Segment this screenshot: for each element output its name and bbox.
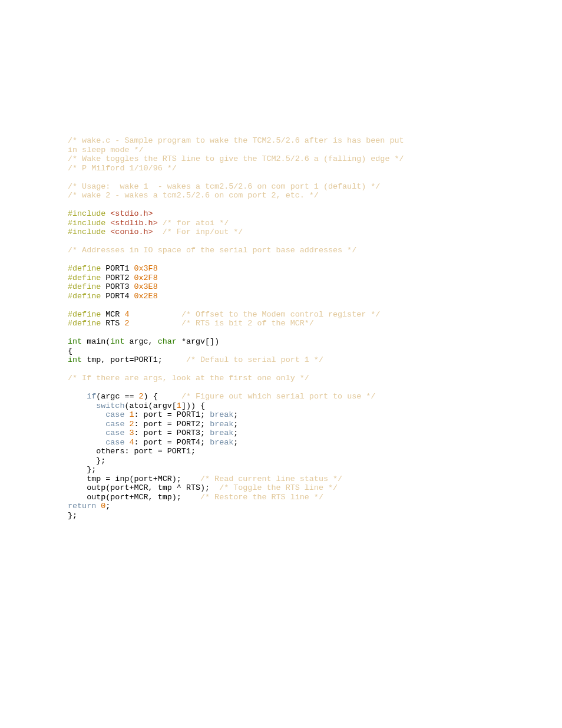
number-literal: 1 [130, 410, 134, 419]
type-keyword: char [158, 337, 177, 346]
space [124, 410, 129, 419]
keyword-break: break [210, 438, 233, 447]
code-comment: /* wake.c - Sample program to wake the T… [68, 136, 409, 145]
brace-close: }; [68, 511, 77, 520]
macro-name: PORT3 [101, 282, 134, 291]
preproc-define: #define [68, 292, 101, 301]
semicolon: ; [233, 438, 238, 447]
keyword-case: case [105, 410, 124, 419]
code-text: argc, [124, 337, 157, 346]
keyword-case: case [105, 429, 124, 437]
number-literal: 0x2E8 [134, 292, 158, 301]
semicolon: ; [233, 420, 238, 429]
code-comment: /* Wake toggles the RTS line to give the… [68, 154, 404, 163]
preproc-define: #define [68, 264, 101, 273]
code-text: outp(port+MCR, tmp ^ RTS); [68, 483, 219, 492]
semicolon: ; [233, 429, 238, 437]
number-literal: 2 [130, 420, 134, 429]
preproc-include: #include [68, 209, 105, 218]
header-name: <stdlib.h> [105, 219, 157, 228]
semicolon: ; [105, 502, 110, 510]
code-comment: /* Figure out which serial port to use *… [181, 392, 375, 401]
number-literal: 4 [124, 310, 181, 319]
code-comment: /* RTS is bit 2 of the MCR*/ [181, 319, 314, 328]
code-text: others: port = PORT1; [68, 447, 196, 456]
code-text: outp(port+MCR, tmp); [68, 493, 200, 502]
code-text: }; [68, 456, 105, 465]
code-comment: /* Defaul to serial port 1 */ [186, 355, 323, 364]
preproc-include: #include [68, 219, 105, 228]
code-text: : port = PORT3; [134, 429, 210, 437]
indent [68, 410, 105, 419]
code-text: tmp, port=PORT1; [82, 355, 186, 364]
code-comment: /* Addresses in IO space of the serial p… [68, 246, 356, 255]
brace-open: { [68, 347, 72, 355]
code-text: ])) { [181, 401, 205, 410]
code-comment: in sleep mode */ [68, 146, 144, 154]
code-text: : port = PORT2; [134, 420, 210, 429]
code-comment: /* If there are args, look at the first … [68, 374, 309, 383]
preproc-define: #define [68, 310, 101, 319]
indent [68, 429, 105, 437]
code-text: : port = PORT4; [134, 438, 210, 447]
space [124, 438, 129, 447]
macro-name: MCR [101, 310, 124, 319]
code-comment: /* P Milford 1/10/96 */ [68, 164, 177, 173]
macro-name: PORT4 [101, 292, 134, 301]
keyword-switch: switch [96, 401, 124, 410]
indent [68, 401, 96, 410]
header-name: <conio.h> [105, 228, 153, 236]
number-literal: 0x3F8 [134, 264, 158, 273]
preproc-define: #define [68, 319, 101, 328]
keyword-return: return [68, 502, 96, 510]
code-text: }; [68, 465, 96, 474]
code-comment: /* for atoi */ [158, 219, 229, 228]
number-literal: 0x3E8 [134, 282, 158, 291]
space [124, 429, 129, 437]
code-comment: /* Toggle the RTS line */ [219, 483, 338, 492]
number-literal: 4 [130, 438, 134, 447]
preproc-define: #define [68, 274, 101, 282]
semicolon: ; [233, 410, 238, 419]
code-comment: /* Usage: wake 1 - wakes a tcm2.5/2.6 on… [68, 182, 380, 191]
number-literal: 3 [130, 429, 134, 437]
code-comment: /* For inp/out */ [153, 228, 243, 236]
type-keyword: int [68, 355, 82, 364]
keyword-break: break [210, 429, 233, 437]
macro-name: PORT1 [101, 264, 134, 273]
keyword-break: break [210, 420, 233, 429]
number-literal: 1 [177, 401, 181, 410]
code-text: (atoi(argv[ [124, 401, 176, 410]
code-block: /* wake.c - Sample program to wake the T… [68, 136, 494, 520]
indent [68, 438, 105, 447]
number-literal: 0x2F8 [134, 274, 158, 282]
code-text: (argc == [96, 392, 138, 401]
code-comment: /* wake 2 - wakes a tcm2.5/2.6 on com po… [68, 191, 319, 200]
keyword-break: break [210, 410, 233, 419]
code-text: tmp = inp(port+MCR); [68, 475, 200, 483]
keyword-case: case [105, 420, 124, 429]
code-text: ) { [144, 392, 181, 401]
number-literal: 2 [124, 319, 181, 328]
keyword-case: case [105, 438, 124, 447]
code-text: : port = PORT1; [134, 410, 210, 419]
code-text: *argv[]) [177, 337, 219, 346]
preproc-include: #include [68, 228, 105, 236]
macro-name: PORT2 [101, 274, 134, 282]
type-keyword: int [68, 337, 82, 346]
type-keyword: int [110, 337, 124, 346]
indent [68, 392, 87, 401]
code-comment: /* Read current line status */ [200, 475, 342, 483]
preproc-define: #define [68, 282, 101, 291]
indent [68, 420, 105, 429]
header-name: <stdio.h> [105, 209, 153, 218]
space [124, 420, 129, 429]
number-literal: 2 [139, 392, 144, 401]
keyword-if: if [87, 392, 96, 401]
code-comment: /* Restore the RTS line */ [200, 493, 323, 502]
macro-name: RTS [101, 319, 124, 328]
code-comment: /* Offset to the Modem control register … [181, 310, 381, 319]
code-text: main( [82, 337, 110, 346]
